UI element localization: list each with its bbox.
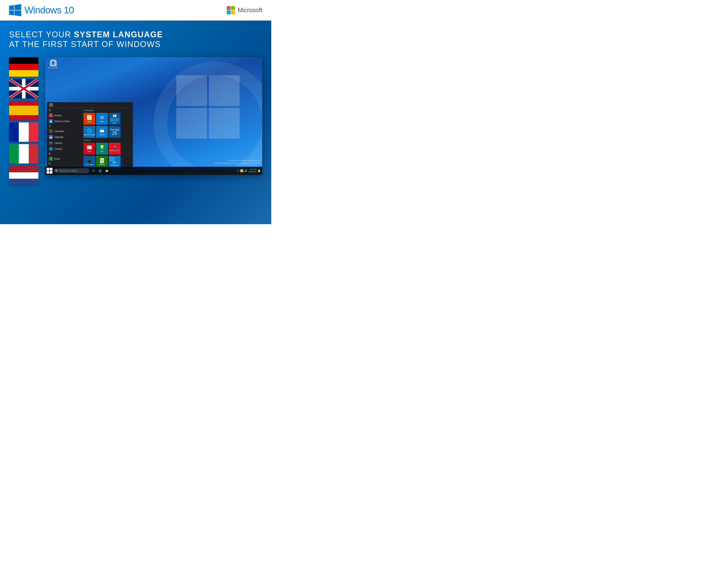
taskview-icon[interactable]: ⊟ bbox=[91, 168, 96, 173]
app-excel[interactable]: X Excel bbox=[47, 156, 82, 162]
flag-france[interactable] bbox=[9, 122, 38, 142]
tile-weather-label: Redmond bbox=[111, 165, 119, 167]
notification-icon[interactable]: 🔔 bbox=[257, 169, 261, 172]
movies-tile-icon: 🎬 bbox=[113, 146, 116, 149]
header-right: Microsoft bbox=[227, 6, 262, 14]
explore-label: Explore bbox=[83, 139, 132, 141]
headline-line1: SELECT YOUR SYSTEM LANGUAGE bbox=[9, 30, 262, 39]
explore-row2: 📱 Your Phone 🃏 Solitaire bbox=[83, 156, 132, 167]
tile-tips-label: Tips bbox=[100, 151, 103, 152]
taskbar-time-display: 4:43 PM bbox=[248, 169, 256, 171]
tile-mail[interactable]: ✉ Mail bbox=[96, 113, 108, 125]
tile-tips[interactable]: 💡 Tips bbox=[96, 143, 108, 154]
app-calendar[interactable]: 📅 Calendar bbox=[47, 134, 82, 140]
tile-seeallmail[interactable]: 📧 See all your mail in one place bbox=[109, 113, 121, 125]
tile-news[interactable]: 📰 News bbox=[83, 143, 95, 154]
flags-column bbox=[9, 57, 38, 185]
tile-movies-label: Movies & TV bbox=[110, 150, 119, 151]
tile-calendar[interactable]: Thursday 25 bbox=[109, 126, 121, 138]
tile-mail-label: Mail bbox=[100, 121, 103, 123]
flag-uk[interactable] bbox=[9, 79, 38, 98]
tile-office-label: Office bbox=[87, 121, 91, 123]
start-menu[interactable]: A A Access ⏰ Alarms & Clock C bbox=[47, 102, 133, 167]
desktop-screenshot: 🗑 Recycle Bin bbox=[45, 57, 262, 175]
seeallmail-icon: 📧 bbox=[113, 114, 116, 118]
microsoft-title: Microsoft bbox=[238, 7, 262, 14]
app-access[interactable]: A Access bbox=[47, 112, 82, 118]
chevron-up-icon[interactable]: ∧ bbox=[237, 169, 239, 172]
explore-row: 📰 News 💡 Tips bbox=[83, 143, 132, 154]
app-calculator[interactable]: = Calculator bbox=[47, 128, 82, 134]
start-menu-body: A A Access ⏰ Alarms & Clock C bbox=[47, 108, 133, 167]
edge-tile-icon: 🌐 bbox=[87, 128, 92, 133]
app-alarms-label: Alarms & Clock bbox=[54, 120, 69, 123]
app-camera-label: Camera bbox=[54, 142, 62, 144]
taskbar: 🔍 Type here to search ⊟ 🌐 📁 ∧ 📶 bbox=[45, 167, 262, 175]
tile-edge-label: Microsoft Edge bbox=[84, 134, 95, 136]
weather-tile-status: Mostly Sunny bbox=[109, 157, 120, 161]
flag-spain[interactable] bbox=[9, 101, 38, 120]
app-camera[interactable]: 📷 Camera bbox=[47, 140, 82, 146]
tile-movies[interactable]: 🎬 Movies & TV bbox=[109, 143, 121, 154]
desktop-background: 🗑 Recycle Bin bbox=[45, 57, 262, 175]
watermark-line2: Evaluation copy. Build 20158.rs_prerelea… bbox=[214, 162, 260, 165]
taskbar-edge-icon[interactable]: 🌐 bbox=[98, 168, 103, 173]
tips-tile-icon: 💡 bbox=[99, 145, 105, 150]
calculator-icon: = bbox=[49, 129, 53, 133]
search-icon: 🔍 bbox=[55, 169, 58, 172]
desktop-screenshot-wrapper: 🗑 Recycle Bin bbox=[45, 57, 262, 175]
volume-icon[interactable]: 🔊 bbox=[244, 169, 247, 172]
recycle-bin[interactable]: 🗑 Recycle Bin bbox=[48, 59, 59, 69]
app-calendar-label: Calendar bbox=[54, 136, 63, 138]
watermark-line1: Windows 10 Enterprise Insider Preview bbox=[214, 159, 260, 162]
headline: SELECT YOUR SYSTEM LANGUAGE AT THE FIRST… bbox=[9, 30, 262, 49]
news-tile-icon: 📰 bbox=[87, 145, 92, 150]
hamburger-menu[interactable] bbox=[49, 103, 53, 106]
header-left: Windows 10 bbox=[9, 4, 74, 16]
app-access-label: Access bbox=[54, 114, 61, 117]
tile-edge[interactable]: 🌐 Microsoft Edge bbox=[83, 126, 95, 138]
app-excel-label: Excel bbox=[54, 157, 60, 160]
headline-bold-text: SYSTEM LANGUAGE bbox=[74, 30, 163, 39]
windows-title: Windows 10 bbox=[25, 5, 74, 15]
photos-tile-icon: 🏔 bbox=[100, 128, 104, 133]
access-icon: A bbox=[49, 113, 53, 118]
network-icon[interactable]: 📶 bbox=[240, 169, 243, 172]
start-menu-header bbox=[47, 102, 133, 108]
calendar-icon: 📅 bbox=[49, 135, 53, 139]
tile-yourphone-label: Your Phone bbox=[85, 164, 94, 166]
solitaire-tile-icon: 🃏 bbox=[99, 158, 105, 163]
taskbar-folder-icon[interactable]: 📁 bbox=[104, 168, 109, 173]
taskbar-right: ∧ 📶 🔊 4:43 PM 6/25/2020 🔔 bbox=[237, 169, 261, 173]
tile-yourphone[interactable]: 📱 Your Phone bbox=[83, 156, 95, 167]
camera-icon: 📷 bbox=[49, 141, 53, 145]
taskbar-sys-icons: ∧ 📶 🔊 bbox=[237, 169, 247, 172]
content-row: 🗑 Recycle Bin bbox=[9, 57, 262, 185]
app-alarms[interactable]: ⏰ Alarms & Clock bbox=[47, 118, 82, 124]
header: Windows 10 Microsoft bbox=[0, 0, 271, 20]
productivity-row: 🅾 Office ✉ Mail bbox=[83, 113, 132, 125]
tile-office[interactable]: 🅾 Office bbox=[83, 113, 95, 125]
calendar-tile-date: 25 bbox=[112, 131, 117, 135]
start-button[interactable] bbox=[47, 168, 52, 174]
tile-solitaire[interactable]: 🃏 Solitaire bbox=[96, 156, 108, 167]
flag-netherlands[interactable] bbox=[9, 166, 38, 185]
tile-solitaire-label: Solitaire bbox=[99, 164, 105, 166]
app-cortana[interactable]: ○ Cortana bbox=[47, 146, 82, 152]
main-content: SELECT YOUR SYSTEM LANGUAGE AT THE FIRST… bbox=[0, 20, 271, 224]
desktop-win-logo-watermark bbox=[176, 75, 240, 139]
tile-photos[interactable]: 🏔 Photos bbox=[96, 126, 108, 138]
tile-weather[interactable]: Mostly Sunny 83° Redmond bbox=[109, 156, 121, 167]
tiles-area: Productivity 🅾 Office ✉ bbox=[82, 108, 133, 167]
taskbar-clock[interactable]: 4:43 PM 6/25/2020 bbox=[248, 169, 256, 173]
flag-italy[interactable] bbox=[9, 144, 38, 164]
search-bar[interactable]: 🔍 Type here to search bbox=[53, 168, 90, 173]
headline-line2: AT THE FIRST START OF WINDOWS bbox=[9, 39, 262, 49]
mail-tile-icon: ✉ bbox=[100, 115, 104, 120]
section-e: E bbox=[47, 152, 82, 156]
taskbar-icons: ⊟ 🌐 📁 bbox=[91, 168, 109, 173]
excel-icon: X bbox=[49, 157, 53, 161]
alarms-icon: ⏰ bbox=[49, 119, 53, 123]
app-calculator-label: Calculator bbox=[54, 130, 64, 133]
flag-germany[interactable] bbox=[9, 57, 38, 77]
